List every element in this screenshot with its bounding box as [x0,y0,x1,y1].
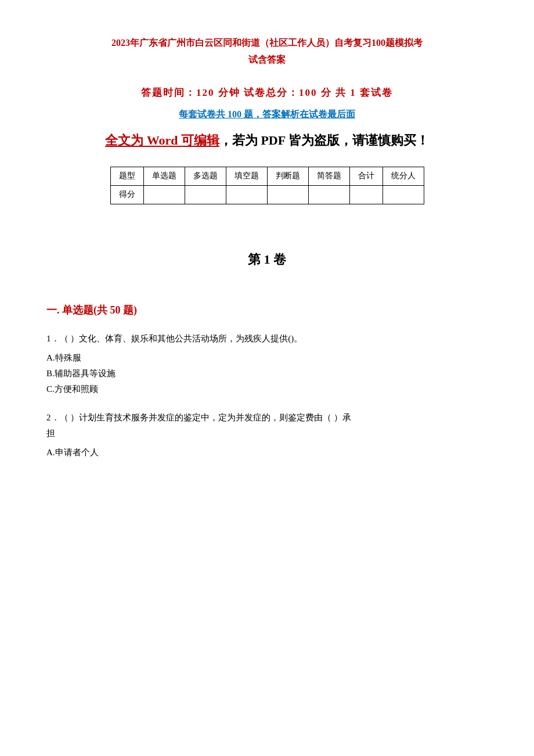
score-total [349,185,383,204]
question-2-text: 2．（ ）计划生育技术服务并发症的鉴定中，定为并发症的，则鉴定费由（ ）承担 [46,410,488,441]
row-label-score: 得分 [110,185,143,204]
question-1: 1．（ ）文化、体育、娱乐和其他公共活动场所，为残疾人提供()。 A.特殊服 B… [46,331,488,397]
exam-info-text: 答题时间：120 分钟 试卷总分：100 分 共 1 套试卷 [141,87,393,98]
score-table: 题型 单选题 多选题 填空题 判断题 简答题 合计 统分人 得分 [110,167,424,204]
question-1-text: 1．（ ）文化、体育、娱乐和其他公共活动场所，为残疾人提供()。 [46,331,488,347]
table-score-row: 得分 [110,185,424,204]
editable-word-part: 全文为 Word 可编辑 [105,133,219,147]
editable-notice: 全文为 Word 可编辑，若为 PDF 皆为盗版，请谨慎购买！ [46,130,488,150]
col-header-fill: 填空题 [226,167,267,185]
col-header-multi: 多选题 [185,167,226,185]
col-header-total: 合计 [349,167,383,185]
exam-info: 答题时间：120 分钟 试卷总分：100 分 共 1 套试卷 [46,86,488,99]
section-title: 第 1 卷 [46,251,488,268]
question-1-option-c: C.方便和照顾 [46,381,488,397]
question-section-title: 一. 单选题(共 50 题) [46,303,488,317]
title-line2: 试含答案 [248,55,286,64]
editable-pdf-part: ，若为 PDF 皆为盗版，请谨慎购买！ [219,133,429,147]
exam-subtitle: 每套试卷共 100 题，答案解析在试卷最后面 [46,109,488,121]
section-title-text: 第 1 卷 [248,252,286,267]
score-table-container: 题型 单选题 多选题 填空题 判断题 简答题 合计 统分人 得分 [46,167,488,204]
score-scorer [383,185,424,204]
score-multi [185,185,226,204]
col-header-judge: 判断题 [267,167,308,185]
question-section-text: 一. 单选题(共 50 题) [46,304,137,316]
score-short [308,185,349,204]
subtitle-text: 每套试卷共 100 题，答案解析在试卷最后面 [179,109,355,119]
score-judge [267,185,308,204]
question-1-option-b: B.辅助器具等设施 [46,366,488,381]
score-fill [226,185,267,204]
page-title: 2023年广东省广州市白云区同和街道（社区工作人员）自考复习100题模拟考 试含… [46,35,488,69]
question-2-option-a: A.申请者个人 [46,445,488,460]
col-header-type: 题型 [110,167,143,185]
question-2: 2．（ ）计划生育技术服务并发症的鉴定中，定为并发症的，则鉴定费由（ ）承担 A… [46,410,488,460]
col-header-single: 单选题 [143,167,185,185]
question-1-option-a: A.特殊服 [46,350,488,366]
col-header-scorer: 统分人 [383,167,424,185]
score-single [143,185,185,204]
title-line1: 2023年广东省广州市白云区同和街道（社区工作人员）自考复习100题模拟考 [111,38,423,48]
col-header-short: 简答题 [308,167,349,185]
table-header-row: 题型 单选题 多选题 填空题 判断题 简答题 合计 统分人 [110,167,424,185]
